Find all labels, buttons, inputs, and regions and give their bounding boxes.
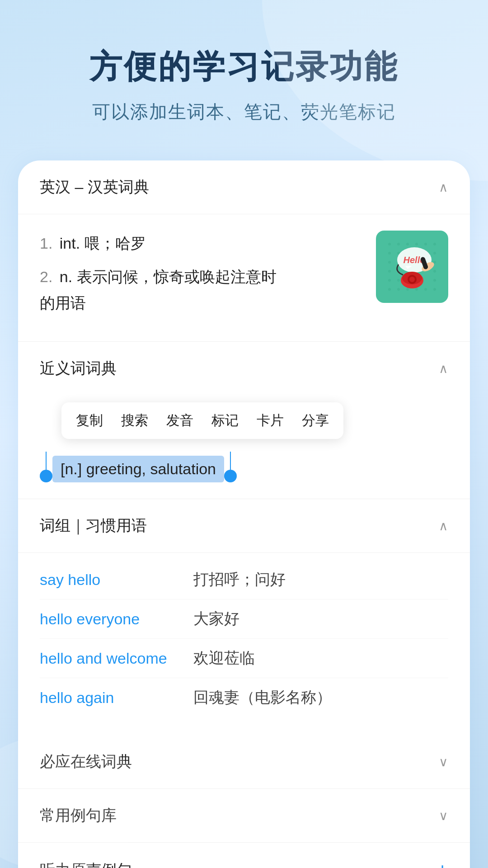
context-menu: 复制 搜索 发音 标记 卡片 分享	[61, 402, 343, 439]
hero-section: 方便的学习记录功能 可以添加生词本、笔记、荧光笔标记	[0, 0, 488, 151]
context-copy[interactable]: 复制	[76, 411, 103, 430]
def-type-1: int. 喂；哈罗	[60, 235, 146, 252]
phrase-zh-1: 打招呼；问好	[193, 569, 286, 590]
svg-point-3	[406, 243, 409, 245]
context-mark[interactable]: 标记	[211, 411, 239, 430]
svg-point-21	[424, 288, 427, 291]
phrase-zh-2: 大家好	[193, 609, 239, 629]
def-num-2: 2.	[40, 268, 52, 285]
svg-point-11	[433, 261, 436, 264]
svg-point-19	[406, 288, 409, 291]
phrase-zh-3: 欢迎莅临	[193, 648, 255, 669]
svg-point-14	[388, 279, 391, 282]
def-num-1: 1.	[40, 235, 52, 252]
synonym-section-title: 近义词词典	[40, 358, 117, 379]
left-handle-line	[46, 452, 47, 470]
phrase-en-4: hello again	[40, 689, 184, 707]
hero-title: 方便的学习记录功能	[27, 45, 461, 89]
svg-point-17	[388, 288, 391, 291]
def-type-2: n. 表示问候，惊奇或唤起注意时的用语	[40, 268, 277, 311]
phrases-chevron-up-icon	[439, 519, 448, 533]
svg-point-2	[397, 243, 400, 245]
definition-2: 2. n. 表示问候，惊奇或唤起注意时的用语	[40, 264, 362, 316]
context-search[interactable]: 搜索	[121, 411, 148, 430]
phrases-section-title: 词组｜习惯用语	[40, 515, 147, 536]
svg-point-29	[409, 277, 415, 282]
definition-1: 1. int. 喂；哈罗	[40, 231, 362, 257]
context-share[interactable]: 分享	[302, 411, 329, 430]
svg-point-5	[424, 243, 427, 245]
phrase-en-3: hello and welcome	[40, 650, 184, 667]
svg-point-16	[433, 279, 436, 282]
collapsed-chevron-down-2	[439, 808, 448, 823]
svg-point-9	[433, 252, 436, 255]
synonym-section-header[interactable]: 近义词词典	[18, 342, 470, 395]
phrase-en-1: say hello	[40, 571, 184, 589]
synonym-chevron-up-icon	[439, 361, 448, 376]
dict-definitions: 1. int. 喂；哈罗 2. n. 表示问候，惊奇或唤起注意时的用语	[40, 231, 376, 323]
left-handle	[40, 470, 52, 482]
phrases-section-header[interactable]: 词组｜习惯用语	[18, 499, 470, 553]
svg-point-7	[388, 252, 391, 255]
selected-text-wrapper: [n.] greeting, salutation	[18, 446, 470, 499]
phrase-item-3[interactable]: hello and welcome 欢迎莅临	[40, 639, 448, 678]
phrase-list: say hello 打招呼；问好 hello everyone 大家好 hell…	[18, 553, 470, 735]
collapsed-chevron-down-1	[439, 755, 448, 769]
right-handle-line	[230, 452, 231, 470]
context-pronounce[interactable]: 发音	[166, 411, 193, 430]
svg-point-22	[433, 288, 436, 291]
hello-image: Hello	[376, 231, 448, 303]
dict-section-title: 英汉 – 汉英词典	[40, 177, 149, 198]
context-menu-container: 复制 搜索 发音 标记 卡片 分享	[18, 402, 470, 439]
collapsed-section-1[interactable]: 必应在线词典	[18, 735, 470, 789]
phrase-item-1[interactable]: say hello 打招呼；问好	[40, 560, 448, 599]
right-handle	[224, 470, 237, 482]
hero-subtitle: 可以添加生词本、笔记、荧光笔标记	[27, 99, 461, 124]
dict-chevron-up-icon	[439, 180, 448, 195]
svg-point-12	[388, 270, 391, 273]
collapsed-section-3[interactable]: 听力原声例句 +	[18, 843, 470, 868]
context-card[interactable]: 卡片	[257, 411, 284, 430]
selected-text: [n.] greeting, salutation	[52, 456, 224, 482]
phrase-en-2: hello everyone	[40, 610, 184, 628]
collapsed-title-3: 听力原声例句	[40, 860, 132, 868]
phrase-item-2[interactable]: hello everyone 大家好	[40, 599, 448, 639]
collapsed-title-1: 必应在线词典	[40, 751, 132, 772]
svg-point-10	[388, 261, 391, 264]
svg-point-15	[397, 279, 400, 282]
svg-point-13	[433, 270, 436, 273]
dict-section-header[interactable]: 英汉 – 汉英词典	[18, 160, 470, 214]
collapsed-section-2[interactable]: 常用例句库	[18, 789, 470, 843]
dict-entry: 1. int. 喂；哈罗 2. n. 表示问候，惊奇或唤起注意时的用语	[18, 214, 470, 342]
phrase-zh-4: 回魂妻（电影名称）	[193, 687, 332, 708]
svg-point-6	[433, 243, 436, 245]
add-icon[interactable]: +	[436, 859, 448, 868]
svg-point-18	[397, 288, 400, 291]
svg-point-20	[415, 288, 418, 291]
svg-point-1	[388, 243, 391, 245]
phrase-item-4[interactable]: hello again 回魂妻（电影名称）	[40, 678, 448, 717]
collapsed-title-2: 常用例句库	[40, 805, 117, 826]
main-card: 英汉 – 汉英词典 1. int. 喂；哈罗 2. n. 表示问候，惊奇或唤起注…	[18, 160, 470, 868]
svg-point-4	[415, 243, 418, 245]
